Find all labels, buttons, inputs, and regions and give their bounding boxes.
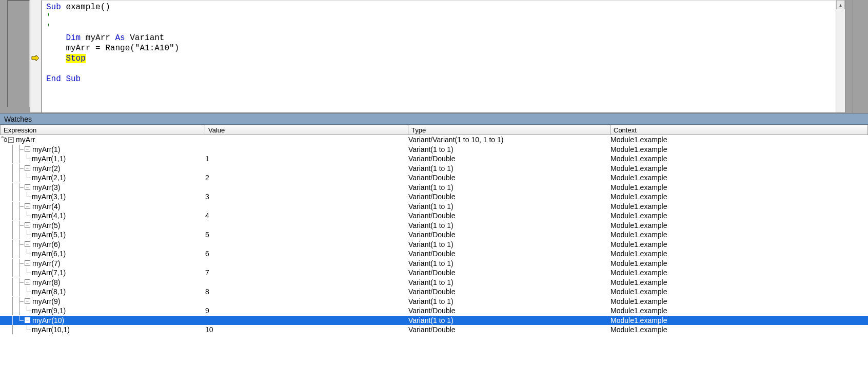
code-token: Sub [46,3,61,12]
tree-connector [9,192,31,201]
watch-row-child-8[interactable]: myArr(8,1)8Variant/DoubleModule1.example [0,287,868,297]
watch-type-cell: Variant/Variant(1 to 10, 1 to 1) [408,135,610,145]
watch-row-parent-5[interactable]: −myArr(5)Variant(1 to 1)Module1.example [0,221,868,231]
watch-context-cell: Module1.example [610,249,868,259]
watch-expr-cell: −myArr(8) [0,278,205,288]
header-context[interactable]: Context [610,125,868,135]
watches-body: ՞ծ−myArrVariant/Variant(1 to 10, 1 to 1)… [0,135,868,335]
watch-expr-cell: −myArr(2) [0,164,205,174]
tree-connector [9,173,31,182]
watch-row-root[interactable]: ՞ծ−myArrVariant/Variant(1 to 10, 1 to 1)… [0,135,868,145]
collapse-toggle[interactable]: − [25,222,30,228]
watch-row-parent-7[interactable]: −myArr(7)Variant(1 to 1)Module1.example [0,259,868,269]
watch-row-child-9[interactable]: myArr(9,1)9Variant/DoubleModule1.example [0,306,868,316]
watch-row-child-5[interactable]: myArr(5,1)5Variant/DoubleModule1.example [0,230,868,240]
header-type[interactable]: Type [408,125,610,135]
watch-value-cell: 7 [205,268,408,278]
collapse-toggle[interactable]: − [25,260,30,266]
header-expression-label: Expression [4,126,36,134]
watch-value-cell: 6 [205,249,408,259]
watch-expr-cell: myArr(1,1) [0,154,205,164]
collapse-toggle[interactable]: − [25,165,30,171]
watch-expr-text: myArr(2) [31,164,60,174]
watch-type-cell: Variant/Double [408,287,610,297]
code-token: myArr [81,33,115,43]
watch-expr-cell: −myArr(10) [0,316,205,326]
watch-value-cell: 2 [205,173,408,183]
watch-type-cell: Variant/Double [408,325,610,335]
code-token: example() [61,3,110,12]
watch-expr-text: myArr(6) [31,240,60,250]
collapse-toggle[interactable]: − [25,203,30,209]
watch-row-parent-4[interactable]: −myArr(4)Variant(1 to 1)Module1.example [0,202,868,212]
watch-row-child-2[interactable]: myArr(2,1)2Variant/DoubleModule1.example [0,173,868,183]
scroll-up-button[interactable]: ▴ [836,0,845,9]
watch-expr-text: myArr(10,1) [31,325,70,335]
watch-row-parent-3[interactable]: −myArr(3)Variant(1 to 1)Module1.example [0,183,868,193]
watch-context-cell: Module1.example [610,306,868,316]
watch-context-cell: Module1.example [610,173,868,183]
tree-connector [9,325,31,334]
tree-connector [9,287,31,296]
watch-row-parent-6[interactable]: −myArr(6)Variant(1 to 1)Module1.example [0,240,868,250]
tree-connector [9,183,24,192]
watch-context-cell: Module1.example [610,154,868,164]
watch-value-cell: 5 [205,230,408,240]
tree-connector [9,230,31,239]
watch-type-cell: Variant/Double [408,249,610,259]
watch-expr-text: myArr(7) [31,259,60,269]
watch-row-child-10[interactable]: myArr(10,1)10Variant/DoubleModule1.examp… [0,325,868,335]
code-token: ' [46,13,51,22]
header-expression[interactable]: Expression [0,125,205,135]
collapse-toggle[interactable]: − [25,184,30,190]
watch-row-child-7[interactable]: myArr(7,1)7Variant/DoubleModule1.example [0,268,868,278]
watch-expr-text: myArr(6,1) [31,249,66,259]
watch-expr-text: myArr [15,135,35,145]
watch-row-child-4[interactable]: myArr(4,1)4Variant/DoubleModule1.example [0,211,868,221]
watch-glasses-icon: ՞ծ [0,135,8,145]
tree-connector [9,268,31,277]
watch-context-cell: Module1.example [610,202,868,212]
tree-connector [9,211,31,220]
code-token-current-line: Stop [66,54,85,63]
collapse-toggle[interactable]: − [25,241,30,247]
watch-type-cell: Variant(1 to 1) [408,221,610,231]
vertical-scrollbar[interactable]: ▴ [836,0,845,112]
watch-row-parent-8[interactable]: −myArr(8)Variant(1 to 1)Module1.example [0,278,868,288]
watch-expr-cell: myArr(4,1) [0,211,205,221]
tree-connector [9,306,31,315]
watch-context-cell: Module1.example [610,211,868,221]
tree-connector [9,240,24,249]
tree-connector [9,145,24,154]
code-token: ' [46,23,51,32]
watch-row-child-3[interactable]: myArr(3,1)3Variant/DoubleModule1.example [0,192,868,202]
tree-connector [9,249,31,258]
watch-row-parent-1[interactable]: −myArr(1)Variant(1 to 1)Module1.example [0,145,868,155]
watch-row-child-1[interactable]: myArr(1,1)1Variant/DoubleModule1.example [0,154,868,164]
watch-context-cell: Module1.example [610,325,868,335]
collapse-toggle[interactable]: − [25,317,30,323]
collapse-toggle[interactable]: − [25,146,30,152]
watch-context-cell: Module1.example [610,192,868,202]
watch-type-cell: Variant/Double [408,211,610,221]
watch-row-parent-2[interactable]: −myArr(2)Variant(1 to 1)Module1.example [0,164,868,174]
collapse-toggle[interactable]: − [8,137,14,143]
watch-context-cell: Module1.example [610,268,868,278]
collapse-toggle[interactable]: − [25,279,30,285]
watch-context-cell: Module1.example [610,240,868,250]
breakpoint-gutter[interactable] [30,0,42,112]
watch-expr-cell: myArr(5,1) [0,230,205,240]
collapse-toggle[interactable]: − [25,298,30,304]
watches-title-bar[interactable]: Watches [0,113,868,125]
watch-expr-text: myArr(8,1) [31,287,66,297]
watch-expr-text: myArr(8) [31,278,60,288]
watch-row-parent-9[interactable]: −myArr(9)Variant(1 to 1)Module1.example [0,297,868,307]
tree-connector [9,297,24,306]
header-value[interactable]: Value [205,125,408,135]
watch-expr-cell: −myArr(5) [0,221,205,231]
watch-expr-text: myArr(10) [31,316,64,326]
watch-row-parent-10[interactable]: −myArr(10)Variant(1 to 1)Module1.example [0,316,868,326]
code-editor[interactable]: Sub example() ' ' Dim myArr As Variant m… [42,0,836,112]
watch-expr-text: myArr(1,1) [31,154,66,164]
watch-row-child-6[interactable]: myArr(6,1)6Variant/DoubleModule1.example [0,249,868,259]
